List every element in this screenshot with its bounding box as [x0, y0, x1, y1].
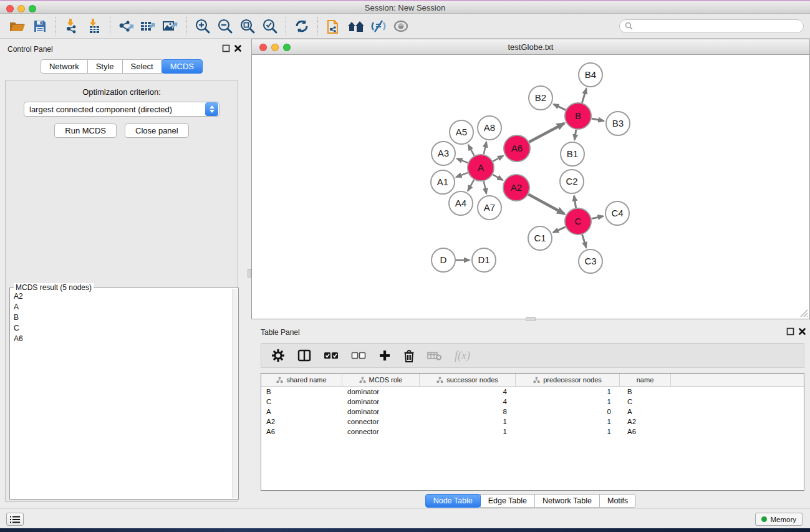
- network-canvas[interactable]: B4B2BB3A8A5A6A3B1AA1C2A2A4A7C4CC1C3DD1: [251, 55, 810, 319]
- node-B[interactable]: B: [565, 103, 591, 129]
- table-tab-motifs[interactable]: Motifs: [599, 494, 636, 508]
- node-B2[interactable]: B2: [529, 86, 552, 110]
- close-panel-icon[interactable]: [234, 44, 242, 52]
- export-network-button[interactable]: [115, 16, 137, 36]
- mcds-result-item[interactable]: B: [11, 312, 232, 322]
- mcds-result-item[interactable]: A: [11, 301, 232, 312]
- horizontal-splitter-handle[interactable]: [526, 317, 536, 321]
- node-A1[interactable]: A1: [431, 170, 455, 194]
- table-row[interactable]: A6connector11A6: [261, 427, 804, 437]
- edge-A-A3[interactable]: [457, 158, 468, 163]
- mcds-result-item[interactable]: A2: [11, 291, 232, 301]
- refresh-layout-button[interactable]: [291, 16, 313, 36]
- import-table-button[interactable]: [83, 16, 105, 36]
- column-header-predecessor-nodes[interactable]: predecessor nodes: [516, 374, 620, 386]
- column-header-successor-nodes[interactable]: successor nodes: [420, 374, 516, 386]
- node-A8[interactable]: A8: [478, 116, 501, 140]
- node-A5[interactable]: A5: [450, 120, 473, 144]
- close-panel-icon[interactable]: [798, 327, 806, 336]
- float-panel-icon[interactable]: [222, 44, 230, 52]
- optimization-criterion-select[interactable]: largest connected component (directed): [24, 102, 219, 117]
- tab-select[interactable]: Select: [122, 59, 162, 74]
- add-column-button[interactable]: [378, 349, 391, 362]
- node-C2[interactable]: C2: [560, 170, 584, 193]
- import-network-button[interactable]: [60, 16, 83, 36]
- zoom-in-button[interactable]: [191, 16, 214, 36]
- export-table-button[interactable]: [137, 16, 160, 36]
- node-C[interactable]: C: [565, 208, 591, 235]
- node-A[interactable]: A: [468, 155, 494, 181]
- panel-splitter-handle[interactable]: [248, 269, 251, 278]
- task-history-button[interactable]: [6, 513, 24, 526]
- mcds-result-item[interactable]: C: [11, 322, 232, 333]
- edge-A-A6[interactable]: [493, 156, 503, 162]
- tab-network[interactable]: Network: [41, 59, 88, 74]
- tab-mcds[interactable]: MCDS: [162, 59, 203, 74]
- search-box[interactable]: [619, 19, 804, 33]
- hide-panel-button[interactable]: [367, 16, 390, 36]
- edge-B-B4[interactable]: [582, 89, 586, 103]
- edge-B-B3[interactable]: [592, 118, 604, 121]
- node-B3[interactable]: B3: [606, 112, 630, 135]
- edge-A-A2[interactable]: [493, 175, 503, 180]
- open-session-button[interactable]: [6, 16, 29, 36]
- table-row[interactable]: Bdominator41B: [261, 387, 804, 397]
- memory-button[interactable]: Memory: [755, 513, 803, 526]
- table-row[interactable]: Cdominator41C: [261, 397, 804, 407]
- table-row[interactable]: A2connector11A2: [261, 417, 804, 427]
- node-A3[interactable]: A3: [432, 142, 455, 165]
- edge-A-A7[interactable]: [484, 181, 486, 194]
- edge-B-B2[interactable]: [554, 104, 566, 110]
- function-builder-button[interactable]: f(x): [455, 349, 470, 362]
- edge-C-C2[interactable]: [574, 196, 576, 208]
- zoom-fit-button[interactable]: [236, 16, 259, 36]
- table-row[interactable]: Adominator80A: [261, 407, 804, 417]
- node-C4[interactable]: C4: [605, 201, 629, 225]
- table-settings-button[interactable]: [271, 349, 285, 362]
- home-button[interactable]: [345, 16, 367, 36]
- deselect-all-button[interactable]: [351, 351, 366, 360]
- tab-style[interactable]: Style: [87, 59, 123, 74]
- session-doc-button[interactable]: [322, 16, 345, 36]
- delete-table-button[interactable]: [427, 350, 442, 361]
- node-B1[interactable]: B1: [561, 142, 584, 166]
- mcds-list-scrollbar[interactable]: [232, 289, 238, 498]
- zoom-out-button[interactable]: [214, 16, 236, 36]
- search-input[interactable]: [636, 22, 798, 31]
- delete-column-button[interactable]: [403, 349, 415, 362]
- column-header-name[interactable]: name: [620, 374, 671, 386]
- table-tab-node-table[interactable]: Node Table: [425, 494, 481, 508]
- column-header-mcds-role[interactable]: MCDS role: [342, 374, 420, 386]
- edge-A-A4[interactable]: [468, 180, 474, 191]
- mcds-result-item[interactable]: A6: [11, 333, 232, 344]
- node-B4[interactable]: B4: [579, 63, 602, 87]
- edge-C-C1[interactable]: [553, 227, 566, 233]
- select-all-button[interactable]: [324, 351, 339, 360]
- float-panel-icon[interactable]: [786, 327, 794, 336]
- zoom-selected-button[interactable]: [259, 16, 281, 36]
- save-session-button[interactable]: [29, 16, 51, 36]
- node-D[interactable]: D: [432, 248, 455, 272]
- node-A4[interactable]: A4: [449, 191, 473, 215]
- resize-grip-icon[interactable]: [800, 309, 808, 317]
- node-A6[interactable]: A6: [504, 135, 530, 162]
- edge-C-C3[interactable]: [582, 235, 587, 248]
- network-graph[interactable]: B4B2BB3A8A5A6A3B1AA1C2A2A4A7C4CC1C3DD1: [252, 55, 809, 318]
- run-mcds-button[interactable]: Run MCDS: [54, 123, 117, 138]
- edge-A-A5[interactable]: [468, 145, 475, 156]
- column-header-shared-name[interactable]: shared name: [261, 374, 342, 386]
- edge-B-B1[interactable]: [574, 130, 576, 140]
- node-C1[interactable]: C1: [528, 226, 552, 250]
- edge-A6-B[interactable]: [529, 123, 564, 142]
- edge-A2-C[interactable]: [528, 195, 564, 215]
- edge-A-A8[interactable]: [484, 142, 486, 155]
- table-tab-network-table[interactable]: Network Table: [534, 494, 600, 508]
- node-A2[interactable]: A2: [503, 175, 529, 201]
- network-window-titlebar[interactable]: testGlobe.txt: [251, 39, 810, 55]
- export-image-button[interactable]: [160, 16, 182, 36]
- column-view-button[interactable]: [297, 349, 311, 362]
- edge-C-C4[interactable]: [592, 216, 604, 219]
- node-D1[interactable]: D1: [472, 248, 496, 272]
- edge-A-A1[interactable]: [456, 173, 468, 177]
- table-tab-edge-table[interactable]: Edge Table: [480, 494, 535, 508]
